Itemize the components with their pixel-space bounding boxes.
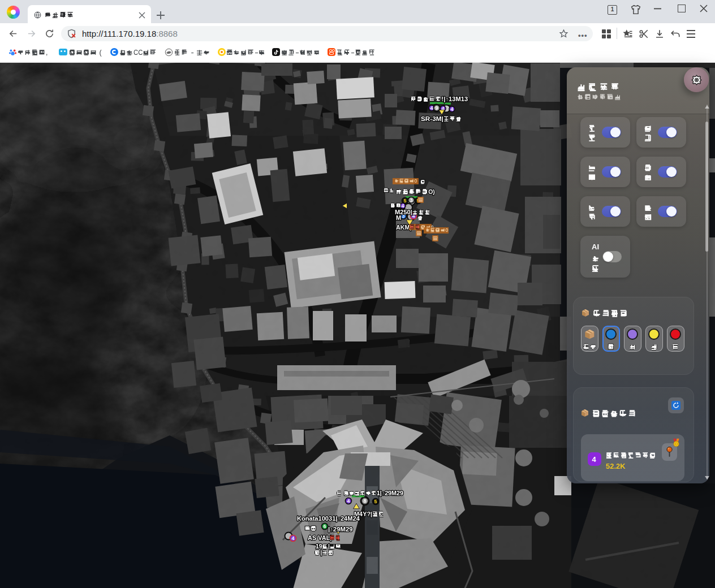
svg-text:3: 3 [410, 197, 412, 203]
svg-text:5: 5 [374, 499, 377, 504]
svg-text:4: 4 [347, 498, 350, 504]
svg-text:4: 4 [450, 106, 453, 112]
svg-text:4: 4 [430, 105, 433, 111]
svg-text:6: 6 [323, 524, 326, 529]
svg-text:9: 9 [435, 105, 438, 111]
svg-text:4: 4 [412, 213, 415, 219]
svg-text:8: 8 [363, 498, 366, 504]
svg-text:4: 4 [401, 203, 404, 209]
svg-text:3: 3 [402, 213, 404, 219]
svg-text:4: 4 [291, 535, 294, 541]
